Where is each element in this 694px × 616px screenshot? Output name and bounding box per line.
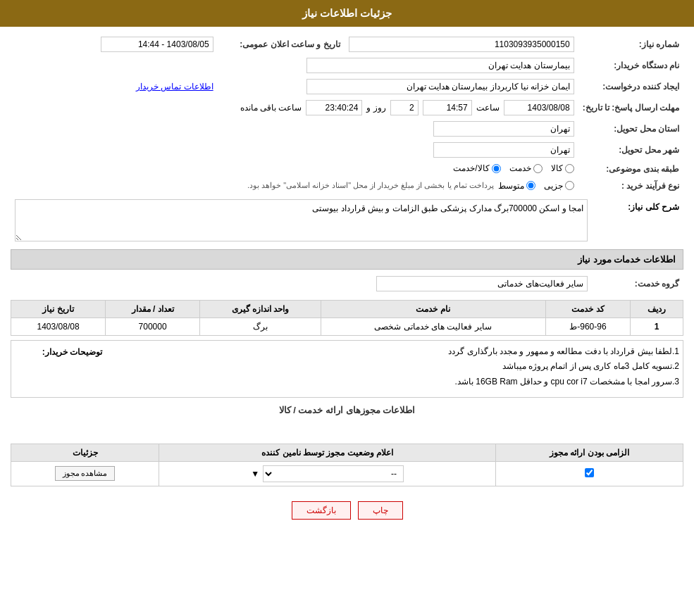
requester-input[interactable] (306, 79, 574, 94)
cell-unit: برگ (200, 318, 321, 335)
permit-col-status: اعلام وضعیت مجوز توسط نامین کننده (159, 444, 496, 461)
table-row: 1 960-96-ط سایر فعالیت های خدماتی شخصی ب… (11, 318, 683, 335)
permit-status-cell: -- ▼ (159, 461, 496, 486)
permits-table: الزامی بودن ارائه مجوز اعلام وضعیت مجوز … (11, 444, 683, 486)
purchase-type-radio-group: جزیی متوسط (498, 181, 574, 191)
page-header: جزئیات اطلاعات نیاز (0, 0, 694, 27)
cell-code: 960-96-ط (545, 318, 631, 335)
col-date: تاریخ نیاز (11, 300, 106, 318)
col-unit: واحد اندازه گیری (200, 300, 321, 318)
buyer-note-line-3: 3.سرور امجا با مشخصات cpu cor i7 و حداقل… (106, 375, 679, 390)
purchase-type-label: نوع فرآیند خرید : (578, 178, 683, 194)
response-countdown-label: ساعت باقی مانده (240, 103, 302, 113)
permit-required-checkbox[interactable] (585, 468, 594, 477)
response-time-input[interactable] (423, 100, 472, 115)
category-label-kala: کالا (551, 163, 563, 173)
services-section-header: اطلاعات خدمات مورد نیاز (11, 249, 683, 270)
description-textarea[interactable] (15, 199, 588, 241)
cell-row: 1 (631, 318, 683, 335)
permit-row: -- ▼ مشاهده مجوز (11, 461, 683, 486)
permit-required-cell (496, 461, 683, 486)
permit-col-required: الزامی بودن ارائه مجوز (496, 444, 683, 461)
cell-date: 1403/08/08 (11, 318, 106, 335)
permit-details-cell: مشاهده مجوز (11, 461, 159, 486)
permit-col-details: جزئیات (11, 444, 159, 461)
announce-input[interactable] (101, 37, 213, 52)
delivery-city-label: شهر محل تحویل: (578, 139, 683, 161)
purchase-type-jazii[interactable]: جزیی (544, 181, 574, 191)
page-title: جزئیات اطلاعات نیاز (302, 7, 392, 19)
response-time-label: ساعت (476, 103, 500, 113)
response-days-label: روز و (366, 103, 385, 113)
need-number-input[interactable] (349, 37, 574, 52)
permit-status-select[interactable]: -- (263, 465, 404, 482)
purchase-type-note: پرداخت تمام یا بخشی از مبلغ خریدار از مح… (247, 181, 494, 190)
response-days-input[interactable] (390, 100, 419, 115)
service-group-table: گروه خدمت: (11, 273, 683, 294)
category-radio-kala-khedmat[interactable] (492, 164, 501, 173)
category-radio-kala[interactable] (565, 164, 574, 173)
col-name: نام خدمت (321, 300, 545, 318)
back-button[interactable]: بازگشت (292, 501, 351, 520)
info-table: شماره نیاز: تاریخ و ساعت اعلان عمومی: نا… (11, 34, 683, 194)
category-radio-khedmat[interactable] (533, 164, 543, 173)
cell-qty: 700000 (106, 318, 200, 335)
contact-link[interactable]: اطلاعات تماس خریدار (136, 82, 213, 92)
permits-section-title: اطلاعات مجوزهای ارائه خدمت / کالا (11, 405, 683, 415)
buyer-notes-content: 1.لطفا بیش قرارداد با دفت مطالعه و ممهور… (106, 344, 679, 394)
cell-name: سایر فعالیت های خدماتی شخصی (321, 318, 545, 335)
category-label-khedmat: خدمت (509, 163, 531, 173)
buyer-notes-label: توضیحات خریدار: (15, 344, 106, 360)
delivery-province-label: استان محل تحویل: (578, 118, 683, 139)
service-group-label: گروه خدمت: (592, 273, 683, 294)
category-label-kala-khedmat: کالا/خدمت (453, 163, 489, 173)
response-deadline-label: مهلت ارسال پاسخ: تا تاریخ: (578, 97, 683, 118)
buyer-station-label: نام دستگاه خریدار: (578, 55, 683, 76)
col-row: ردیف (631, 300, 683, 318)
delivery-province-input[interactable] (433, 121, 574, 137)
response-date-input[interactable] (504, 100, 574, 115)
purchase-type-radio-motavaset[interactable] (526, 181, 535, 190)
buyer-station-input[interactable] (306, 58, 574, 73)
category-label: طبقه بندی موضوعی: (578, 161, 683, 178)
description-label: شرح کلی نیاز: (592, 199, 683, 215)
response-countdown-input[interactable] (306, 100, 362, 115)
category-option-khedmat[interactable]: خدمت (509, 163, 543, 173)
bottom-buttons: چاپ بازگشت (11, 491, 683, 534)
permit-select-arrow: ▼ (251, 469, 259, 479)
print-button[interactable]: چاپ (358, 501, 403, 520)
col-code: کد خدمت (545, 300, 631, 318)
category-option-kala-khedmat[interactable]: کالا/خدمت (453, 163, 500, 173)
purchase-type-label-motavaset: متوسط (498, 181, 524, 191)
buyer-note-line-2: 2.تسویه کامل 3ماه کاری پس از اتمام پروژه… (106, 359, 679, 375)
purchase-type-motavaset[interactable]: متوسط (498, 181, 535, 191)
col-qty: تعداد / مقدار (106, 300, 200, 318)
view-permit-button[interactable]: مشاهده مجوز (55, 466, 116, 481)
services-grid: ردیف کد خدمت نام خدمت واحد اندازه گیری ت… (11, 300, 683, 336)
category-option-kala[interactable]: کالا (551, 163, 574, 173)
purchase-type-label-jazii: جزیی (544, 181, 563, 191)
announce-label: تاریخ و ساعت اعلان عمومی: (218, 34, 345, 55)
purchase-type-radio-jazii[interactable] (565, 181, 574, 190)
service-group-input[interactable] (376, 276, 588, 291)
requester-label: ایجاد کننده درخواست: (578, 76, 683, 97)
delivery-city-input[interactable] (433, 142, 574, 158)
need-number-label: شماره نیاز: (578, 34, 683, 55)
category-radio-group: کالا خدمت کالا/خدمت (453, 163, 574, 173)
buyer-note-line-1: 1.لطفا بیش قرارداد با دفت مطالعه و ممهور… (106, 344, 679, 360)
